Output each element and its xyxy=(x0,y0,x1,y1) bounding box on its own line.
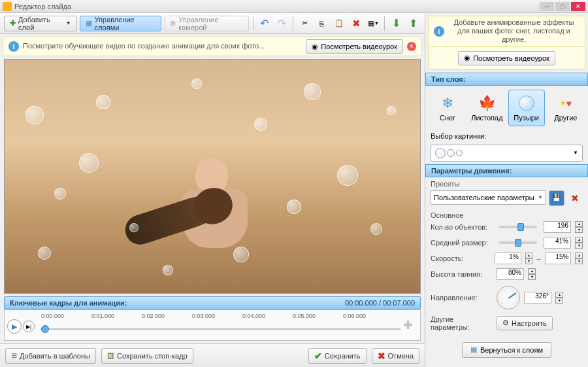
floppy-icon: 💾 xyxy=(552,194,561,202)
motion-params-header: Параметры движения: xyxy=(425,164,588,177)
cut-button[interactable]: ✂ xyxy=(297,16,312,31)
speed-from-spinner[interactable]: ▴▾ xyxy=(525,253,533,264)
back-to-layers-button[interactable]: ▦ Вернуться к слоям xyxy=(462,342,551,358)
play-icon: ▶ xyxy=(12,323,17,331)
check-icon: ✔ xyxy=(314,351,322,361)
info-icon: i xyxy=(8,41,19,52)
save-button[interactable]: ✔ Сохранить xyxy=(308,348,367,364)
main-group-label: Основное xyxy=(425,209,588,219)
size-spinner[interactable]: ▴▾ xyxy=(575,237,583,249)
save-preset-button[interactable]: 💾 xyxy=(549,190,564,206)
move-up-button[interactable]: ⬆ xyxy=(406,16,421,31)
count-slider[interactable] xyxy=(499,226,537,228)
hint-bar-left: i Посмотрите обучающее видео по созданию… xyxy=(3,37,422,56)
template-icon: ⊞ xyxy=(11,351,17,360)
copy-icon: ⎘ xyxy=(319,20,324,27)
gear-icon: ⚙ xyxy=(502,319,509,327)
timeline-track[interactable]: 0:00.000 0:01.000 0:02.000 0:03.000 0:04… xyxy=(41,313,400,338)
add-keyframe-button[interactable]: ✚ xyxy=(403,318,417,332)
timeline-time: 00:00.000 / 00:07.000 xyxy=(345,299,415,307)
close-hint-button[interactable]: × xyxy=(407,42,416,51)
timeline-playhead[interactable] xyxy=(41,325,49,333)
play-button[interactable]: ▶ xyxy=(7,319,22,334)
scissors-icon: ✂ xyxy=(302,19,308,27)
speed-to-input[interactable]: 15% xyxy=(545,253,572,264)
info-icon: i xyxy=(434,26,444,37)
move-down-button[interactable]: ⬇ xyxy=(389,16,403,31)
preview-subject xyxy=(163,158,280,282)
image-icon: 🖼 xyxy=(107,352,114,360)
size-slider[interactable] xyxy=(499,241,537,244)
manage-camera-button[interactable]: ⊛ Управление камерой xyxy=(164,16,249,31)
direction-input[interactable]: 326° xyxy=(524,292,551,304)
paste-button[interactable]: 📋 xyxy=(332,16,346,31)
bottom-bar: ⊞ Добавить в шаблоны 🖼 Сохранить стоп-ка… xyxy=(0,343,425,367)
step-button[interactable]: ▶| xyxy=(23,321,35,332)
melt-input[interactable]: 80% xyxy=(497,268,524,280)
count-input[interactable]: 196 xyxy=(544,221,571,233)
image-picker[interactable]: ▼ xyxy=(431,145,583,162)
presets-label: Пресеты xyxy=(425,177,588,188)
maximize-button[interactable]: □ xyxy=(555,2,570,11)
watch-tutorial-button-right[interactable]: ◉ Посмотреть видеоурок xyxy=(458,51,555,65)
configure-button[interactable]: ⚙ Настроить xyxy=(497,316,553,330)
redo-icon: ↷ xyxy=(278,17,286,29)
cancel-icon: ✖ xyxy=(378,351,385,361)
add-to-templates-button[interactable]: ⊞ Добавить в шаблоны xyxy=(5,348,96,364)
direction-spinner[interactable]: ▴▾ xyxy=(555,292,563,304)
properties-panel: i Добавьте анимированные эффекты для ваш… xyxy=(425,13,588,367)
redo-button[interactable]: ↷ xyxy=(274,16,289,31)
grid-icon: ▦ xyxy=(368,19,374,27)
layer-type-snow[interactable]: ❄ Снег xyxy=(429,90,466,126)
layer-type-selector: ❄ Снег 🍁 Листопад Пузыри ★♥ Другие xyxy=(425,86,588,130)
hint-bar-right: i Добавьте анимированные эффекты для ваш… xyxy=(428,16,585,47)
count-spinner[interactable]: ▴▾ xyxy=(575,221,583,233)
chevron-down-icon: ▼ xyxy=(573,150,578,156)
timeline[interactable]: ▶ ▶| 0:00.000 0:01.000 0:02.000 0:03.000… xyxy=(4,309,421,341)
watch-tutorial-button[interactable]: ◉ Посмотреть видеоурок xyxy=(306,39,403,54)
delete-icon: ✖ xyxy=(571,193,579,203)
preset-select[interactable]: Пользовательские параметры xyxy=(431,190,546,205)
count-label: Кол-во объектов: xyxy=(431,223,493,231)
titlebar: Редактор слайда — □ ✕ xyxy=(0,0,588,13)
layers-icon: ▦ xyxy=(86,19,92,27)
add-layer-button[interactable]: ✚ Добавить слой ▼ xyxy=(4,16,77,31)
plus-icon: ✚ xyxy=(403,319,413,332)
save-frame-button[interactable]: 🖼 Сохранить стоп-кадр xyxy=(101,348,193,364)
layer-type-other[interactable]: ★♥ Другие xyxy=(547,90,584,126)
speed-from-input[interactable]: 1% xyxy=(495,253,521,264)
size-label: Средний размер: xyxy=(431,239,493,247)
other-params-label: Другие параметры: xyxy=(431,315,493,331)
app-icon xyxy=(3,2,12,11)
camera-icon: ⊛ xyxy=(170,19,176,27)
manage-layers-button[interactable]: ▦ Управление слоями xyxy=(80,16,162,31)
minimize-button[interactable]: — xyxy=(540,2,554,11)
copy-button[interactable]: ⎘ xyxy=(314,16,329,31)
melt-spinner[interactable]: ▴▾ xyxy=(528,268,536,280)
play-icon: ◉ xyxy=(312,43,318,51)
delete-icon: ✖ xyxy=(352,18,361,29)
undo-icon: ↶ xyxy=(260,17,269,29)
speed-to-spinner[interactable]: ▴▾ xyxy=(575,253,583,264)
undo-button[interactable]: ↶ xyxy=(257,16,272,31)
leaf-icon: 🍁 xyxy=(478,94,496,113)
star-icon: ★♥ xyxy=(557,94,575,113)
arrow-down-icon: ⬇ xyxy=(392,17,400,29)
delete-preset-button[interactable]: ✖ xyxy=(567,190,583,206)
slide-preview[interactable] xyxy=(4,59,421,294)
delete-button[interactable]: ✖ xyxy=(349,16,363,31)
layer-type-leaves[interactable]: 🍁 Листопад xyxy=(468,90,505,126)
play-icon: ◉ xyxy=(464,54,470,62)
plus-icon: ✚ xyxy=(10,19,16,27)
layer-type-bubbles[interactable]: Пузыри xyxy=(508,90,545,126)
timeline-header: Ключевые кадры для анимации: 00:00.000 /… xyxy=(4,296,421,309)
cancel-button[interactable]: ✖ Отмена xyxy=(372,348,419,364)
snowflake-icon: ❄ xyxy=(438,94,457,113)
grid-button[interactable]: ▦▼ xyxy=(366,16,380,31)
melt-label: Высота таяния: xyxy=(431,270,493,278)
close-button[interactable]: ✕ xyxy=(571,2,585,11)
direction-dial[interactable] xyxy=(497,286,520,309)
paste-icon: 📋 xyxy=(335,19,344,27)
size-input[interactable]: 41% xyxy=(544,237,571,249)
pick-image-label: Выбор картинки: xyxy=(431,132,486,140)
